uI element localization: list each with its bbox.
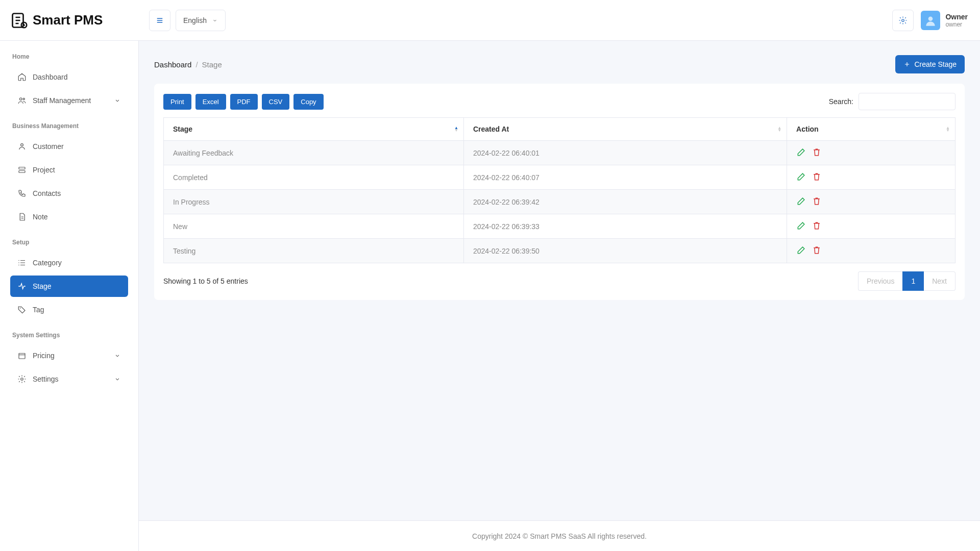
delete-button[interactable]	[812, 196, 822, 208]
breadcrumb-separator: /	[195, 60, 198, 69]
sidebar-item-staff-management[interactable]: Staff Management	[10, 90, 128, 111]
user-role: owner	[945, 21, 968, 28]
cell-created-at: 2024-02-22 06:40:01	[463, 141, 787, 165]
sidebar: HomeDashboardStaff ManagementBusiness Ma…	[0, 41, 139, 551]
user-name: Owner	[945, 13, 968, 21]
trash-icon	[812, 220, 822, 231]
sidebar-item-label: Settings	[33, 375, 59, 383]
edit-button[interactable]	[796, 147, 806, 159]
sidebar-section-title: Home	[12, 53, 126, 60]
sort-icon: ▲▼	[946, 127, 950, 132]
sidebar-item-label: Project	[33, 166, 55, 174]
sidebar-toggle-button[interactable]	[149, 10, 170, 31]
page-header: Dashboard / Stage Create Stage	[139, 41, 980, 84]
cell-stage: New	[164, 214, 464, 239]
sidebar-item-category[interactable]: Category	[10, 252, 128, 273]
search-wrapper: Search:	[829, 93, 955, 110]
column-stage[interactable]: Stage ▲▼	[164, 118, 464, 141]
sidebar-item-settings[interactable]: Settings	[10, 368, 128, 390]
footer-text: Copyright 2024 © Smart PMS SaaS All righ…	[472, 532, 647, 540]
activity-icon	[17, 282, 27, 291]
cell-created-at: 2024-02-22 06:40:07	[463, 165, 787, 190]
main-content: Dashboard / Stage Create Stage PrintExce…	[139, 41, 980, 551]
topbar-right-controls: Owner owner	[892, 10, 980, 31]
stage-table: Stage ▲▼ Created At ▲▼ Action ▲▼	[163, 117, 955, 263]
language-label: English	[183, 16, 207, 24]
delete-button[interactable]	[812, 147, 822, 159]
topbar-left-controls: English	[139, 10, 892, 31]
sort-icon: ▲▼	[454, 127, 458, 132]
export-print-button[interactable]: Print	[163, 94, 191, 110]
sidebar-item-stage[interactable]: Stage	[10, 276, 128, 297]
brand-logo: Smart PMS	[0, 11, 139, 30]
user-menu[interactable]: Owner owner	[921, 11, 968, 30]
gear-icon	[898, 16, 908, 25]
cell-stage: Testing	[164, 239, 464, 263]
cell-stage: Completed	[164, 165, 464, 190]
sidebar-section-title: Setup	[12, 239, 126, 246]
box-icon	[17, 351, 27, 360]
pager-page-1[interactable]: 1	[902, 271, 924, 291]
sidebar-item-label: Note	[33, 213, 48, 221]
gear-icon	[17, 374, 27, 384]
sidebar-item-contacts[interactable]: Contacts	[10, 183, 128, 204]
export-copy-button[interactable]: Copy	[293, 94, 323, 110]
edit-icon	[796, 196, 806, 206]
breadcrumb-root[interactable]: Dashboard	[154, 60, 191, 69]
cell-created-at: 2024-02-22 06:39:50	[463, 239, 787, 263]
cell-action	[787, 190, 955, 214]
home-icon	[17, 72, 27, 82]
trash-icon	[812, 147, 822, 157]
export-csv-button[interactable]: CSV	[262, 94, 290, 110]
sidebar-item-customer[interactable]: Customer	[10, 136, 128, 157]
delete-button[interactable]	[812, 245, 822, 257]
export-pdf-button[interactable]: PDF	[230, 94, 258, 110]
file-icon	[17, 212, 27, 221]
chevron-down-icon	[114, 352, 121, 359]
server-icon	[17, 165, 27, 174]
breadcrumb-current: Stage	[202, 60, 222, 69]
edit-button[interactable]	[796, 171, 806, 183]
edit-button[interactable]	[796, 220, 806, 232]
delete-button[interactable]	[812, 171, 822, 183]
table-row: In Progress2024-02-22 06:39:42	[164, 190, 955, 214]
table-row: Testing2024-02-22 06:39:50	[164, 239, 955, 263]
edit-button[interactable]	[796, 245, 806, 257]
pager-previous[interactable]: Previous	[858, 271, 902, 291]
sidebar-item-note[interactable]: Note	[10, 206, 128, 228]
create-stage-label: Create Stage	[915, 60, 957, 68]
pager: Previous 1 Next	[858, 271, 955, 291]
table-row: Awaiting Feedback2024-02-22 06:40:01	[164, 141, 955, 165]
chevron-down-icon	[114, 375, 121, 383]
export-excel-button[interactable]: Excel	[195, 94, 226, 110]
chevron-down-icon	[212, 17, 218, 23]
sidebar-item-label: Category	[33, 259, 62, 267]
sidebar-item-label: Pricing	[33, 352, 55, 360]
pager-next[interactable]: Next	[924, 271, 955, 291]
language-select[interactable]: English	[176, 10, 226, 31]
sidebar-item-dashboard[interactable]: Dashboard	[10, 66, 128, 88]
sidebar-item-pricing[interactable]: Pricing	[10, 345, 128, 366]
tag-icon	[17, 305, 27, 314]
sidebar-section-title: Business Management	[12, 122, 126, 130]
trash-icon	[812, 171, 822, 182]
search-input[interactable]	[859, 93, 955, 110]
footer: Copyright 2024 © Smart PMS SaaS All righ…	[139, 520, 980, 551]
sidebar-item-label: Staff Management	[33, 96, 91, 105]
column-created-at[interactable]: Created At ▲▼	[463, 118, 787, 141]
trash-icon	[812, 245, 822, 255]
edit-button[interactable]	[796, 196, 806, 208]
sort-icon: ▲▼	[777, 127, 781, 132]
create-stage-button[interactable]: Create Stage	[895, 55, 965, 73]
settings-button[interactable]	[892, 10, 914, 31]
cell-action	[787, 165, 955, 190]
delete-button[interactable]	[812, 220, 822, 232]
sidebar-item-label: Dashboard	[33, 73, 68, 81]
sidebar-item-tag[interactable]: Tag	[10, 299, 128, 320]
sidebar-item-project[interactable]: Project	[10, 159, 128, 181]
topbar: Smart PMS English Owner owner	[0, 0, 980, 41]
cell-created-at: 2024-02-22 06:39:42	[463, 190, 787, 214]
search-label: Search:	[829, 97, 853, 106]
user-icon	[17, 142, 27, 151]
table-row: Completed2024-02-22 06:40:07	[164, 165, 955, 190]
